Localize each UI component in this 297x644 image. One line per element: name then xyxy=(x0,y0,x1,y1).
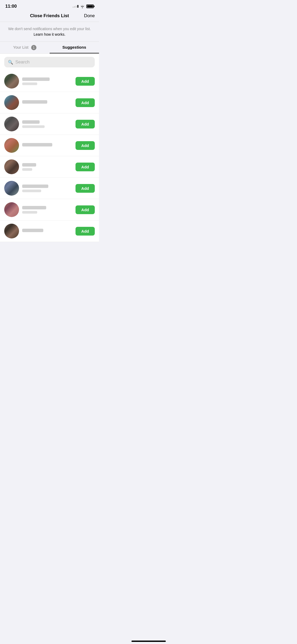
avatar xyxy=(4,117,19,131)
user-sub-bar xyxy=(22,82,37,85)
wifi-icon xyxy=(80,4,85,8)
search-input[interactable]: Search xyxy=(15,59,30,65)
user-sub-bar xyxy=(22,190,41,192)
add-button[interactable]: Add xyxy=(76,163,95,171)
user-name-bar xyxy=(22,120,40,124)
list-item: Add xyxy=(0,199,99,220)
done-button[interactable]: Done xyxy=(82,13,95,19)
tab-your-list[interactable]: Your List 1 xyxy=(0,42,50,53)
avatar xyxy=(4,224,19,238)
list-item: Add xyxy=(0,156,99,178)
search-input-wrap[interactable]: 🔍 Search xyxy=(4,57,95,67)
battery-icon xyxy=(86,4,94,8)
your-list-badge: 1 xyxy=(31,45,36,50)
status-time: 11:00 xyxy=(5,4,17,9)
status-icons xyxy=(73,4,94,8)
signal-icon xyxy=(73,5,78,8)
tab-suggestions[interactable]: Suggestions xyxy=(50,42,99,53)
user-info xyxy=(22,185,72,192)
add-button[interactable]: Add xyxy=(76,98,95,107)
list-item: Add xyxy=(0,135,99,156)
nav-bar: Close Friends List Done xyxy=(0,11,99,22)
avatar xyxy=(4,181,19,196)
user-info xyxy=(22,77,72,85)
user-info xyxy=(22,120,72,128)
tabs: Your List 1 Suggestions xyxy=(0,42,99,54)
list-item: Add xyxy=(0,71,99,92)
add-button[interactable]: Add xyxy=(76,227,95,236)
list-item: Add xyxy=(0,113,99,135)
user-sub-bar xyxy=(22,168,32,171)
avatar xyxy=(4,159,19,174)
user-name-bar xyxy=(22,143,52,146)
user-info xyxy=(22,229,72,234)
user-name-bar xyxy=(22,206,46,209)
user-sub-bar xyxy=(22,125,45,128)
info-text: We don't send notifications when you edi… xyxy=(8,27,91,36)
search-icon: 🔍 xyxy=(8,60,13,65)
avatar xyxy=(4,138,19,153)
search-bar: 🔍 Search xyxy=(0,54,99,71)
add-button[interactable]: Add xyxy=(76,120,95,128)
user-sub-bar xyxy=(22,211,37,214)
user-info xyxy=(22,206,72,214)
add-button[interactable]: Add xyxy=(76,77,95,86)
user-name-bar xyxy=(22,77,50,81)
info-banner: We don't send notifications when you edi… xyxy=(0,22,99,42)
learn-link[interactable]: Learn how it works. xyxy=(34,32,65,36)
user-name-bar xyxy=(22,229,43,232)
user-info xyxy=(22,143,72,148)
avatar xyxy=(4,95,19,110)
user-name-bar xyxy=(22,185,48,188)
add-button[interactable]: Add xyxy=(76,205,95,214)
user-list: AddAddAddAddAddAddAddAdd xyxy=(0,71,99,242)
list-item: Add xyxy=(0,92,99,113)
avatar xyxy=(4,74,19,89)
avatar xyxy=(4,202,19,217)
list-item: Add xyxy=(0,178,99,199)
add-button[interactable]: Add xyxy=(76,141,95,150)
user-info xyxy=(22,163,72,171)
user-name-bar xyxy=(22,163,36,167)
user-name-bar xyxy=(22,100,47,104)
status-bar: 11:00 xyxy=(0,0,99,11)
user-info xyxy=(22,100,72,105)
main-content: 🔍 Search AddAddAddAddAddAddAddAdd xyxy=(0,54,99,242)
add-button[interactable]: Add xyxy=(76,184,95,193)
page-title: Close Friends List xyxy=(17,13,82,19)
list-item: Add xyxy=(0,220,99,242)
